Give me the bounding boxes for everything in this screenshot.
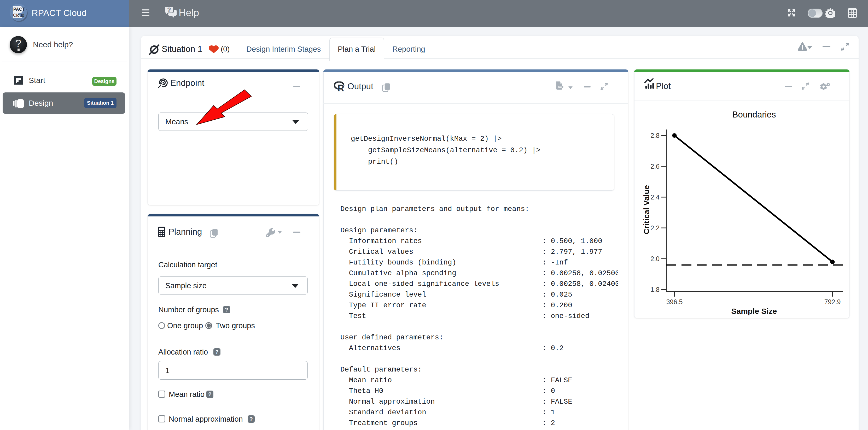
svg-text:1.8: 1.8 <box>650 286 659 293</box>
svg-text:Critical Value: Critical Value <box>642 185 651 234</box>
svg-text:2.2: 2.2 <box>650 224 659 232</box>
svg-text:Boundaries: Boundaries <box>733 110 776 119</box>
svg-text:2.8: 2.8 <box>650 132 659 139</box>
svg-text:2.4: 2.4 <box>650 194 659 201</box>
svg-text:Cloud: Cloud <box>13 13 24 18</box>
svg-text:396.5: 396.5 <box>666 298 683 305</box>
svg-text:R: R <box>338 83 344 92</box>
svg-text:PACT: PACT <box>13 7 25 11</box>
svg-text:?: ? <box>167 6 171 13</box>
svg-text:2.0: 2.0 <box>650 255 659 262</box>
svg-text:2.6: 2.6 <box>650 163 659 170</box>
svg-text:Sample Size: Sample Size <box>731 307 777 316</box>
svg-text:792.9: 792.9 <box>825 298 841 305</box>
